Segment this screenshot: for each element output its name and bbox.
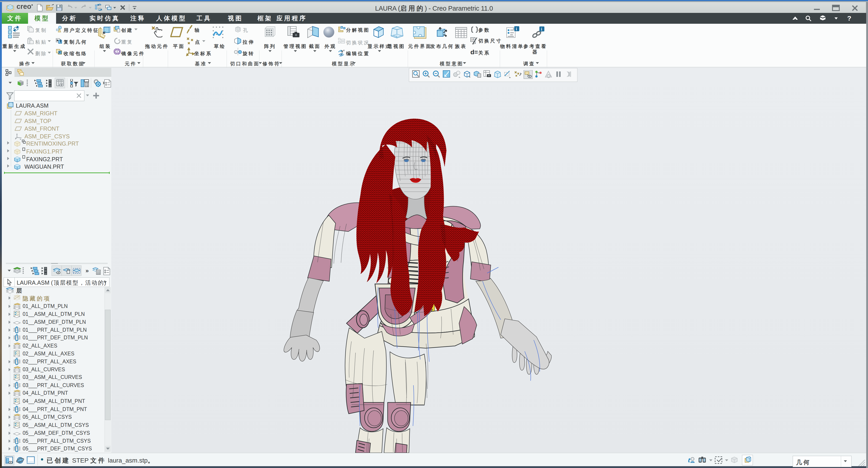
svg-text:i: i xyxy=(541,27,542,31)
svg-text:i: i xyxy=(516,27,517,31)
svg-text:fx: fx xyxy=(473,41,476,44)
svg-text:d=: d= xyxy=(470,49,478,55)
svg-text:?: ? xyxy=(847,14,851,22)
svg-text:x: x xyxy=(343,49,345,52)
svg-text:15: 15 xyxy=(471,38,474,41)
